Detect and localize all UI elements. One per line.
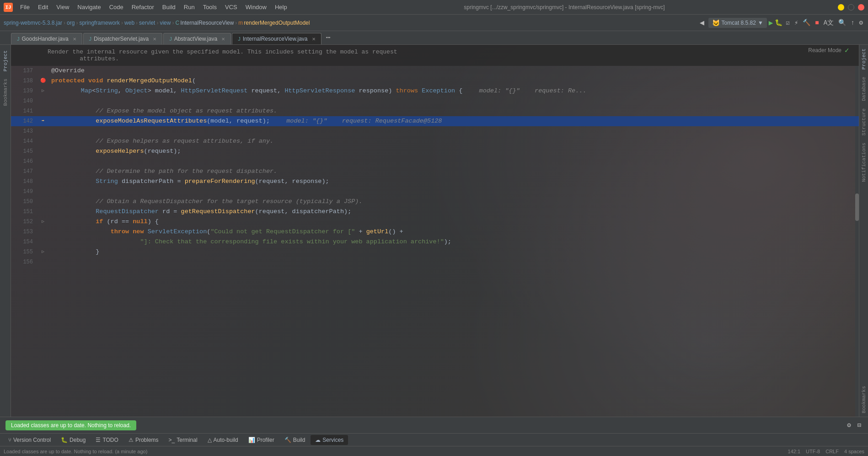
toolbar: spring-webmvc-5.3.8.jar › org › springfr… — [0, 15, 868, 31]
breadcrumb-web[interactable]: web — [124, 20, 134, 26]
menu-refactor[interactable]: Refactor — [128, 2, 158, 12]
tab-close-button[interactable]: ✕ — [73, 37, 76, 42]
sidebar-database-tab[interactable]: Database — [860, 73, 868, 105]
code-line-151: 151 RequestDispatcher rd = getRequestDis… — [11, 207, 859, 217]
bottom-tab-label: Auto-build — [214, 437, 238, 443]
status-message: Loaded classes are up to date. Nothing t… — [4, 449, 788, 454]
sidebar-bookmarks-tab[interactable]: Bookmarks — [860, 382, 868, 417]
line-number: 141 — [11, 106, 38, 116]
bottom-tab-terminal[interactable]: >_ Terminal — [164, 435, 202, 445]
gutter — [38, 237, 48, 247]
status-indent[interactable]: 4 spaces — [844, 449, 864, 454]
menu-run[interactable]: Run — [180, 2, 198, 12]
doc-comment: Render the internal resource given the s… — [11, 45, 859, 66]
tab-close-button[interactable]: ✕ — [312, 37, 316, 42]
notification-strip: Loaded classes are up to date. Nothing t… — [0, 417, 868, 433]
reader-mode-area: Reader Mode ✓ — [808, 47, 850, 54]
breadcrumb-springframework[interactable]: springframework — [79, 20, 120, 26]
gutter-breakpoint-dot[interactable]: ▷ — [38, 217, 48, 227]
tab-abstractview[interactable]: J AbstractView.java ✕ — [163, 33, 231, 44]
gutter: ➡ — [38, 116, 48, 126]
build-button[interactable]: 🔨 — [801, 17, 812, 28]
breadcrumb-class[interactable]: InternalResourceView — [180, 20, 234, 26]
status-right: 142:1 UTF-8 CRLF 4 spaces — [788, 449, 864, 454]
sidebar-project[interactable]: Project — [2, 48, 9, 73]
run-button[interactable]: ▶ — [769, 18, 773, 27]
menu-tools[interactable]: Tools — [199, 2, 220, 12]
breadcrumb-jar[interactable]: spring-webmvc-5.3.8.jar — [4, 20, 62, 26]
code-content: // Expose helpers as request attributes,… — [48, 136, 859, 146]
code-area[interactable]: 137 @Override 138 🔴 protected void rende… — [11, 66, 859, 267]
bottom-tab-version-control[interactable]: ⑂ Version Control — [4, 435, 55, 445]
profiler-icon: 📊 — [248, 437, 255, 443]
menu-bar: File Edit View Navigate Code Refactor Bu… — [16, 2, 291, 12]
navigate-back-button[interactable]: ◀ — [697, 18, 707, 27]
line-number: 142 — [11, 116, 38, 126]
sidebar-project-tab[interactable]: Project — [860, 45, 868, 73]
tab-close-button[interactable]: ✕ — [221, 37, 225, 42]
menu-help[interactable]: Help — [271, 2, 291, 12]
tab-internalresourceview[interactable]: J InternalResourceView.java ✕ — [232, 33, 321, 44]
code-content: // Obtain a RequestDispatcher for the ta… — [48, 197, 859, 207]
breadcrumb-servlet[interactable]: servlet — [139, 20, 155, 26]
settings-icon2[interactable]: ⚙ — [846, 420, 852, 430]
breadcrumb-method[interactable]: renderMergedOutputModel — [244, 20, 310, 26]
update-button[interactable]: ↑ — [849, 18, 856, 28]
coverage-button[interactable]: ☑ — [784, 17, 791, 28]
settings-button[interactable]: ⚙ — [858, 17, 864, 28]
stop-button[interactable]: ■ — [814, 18, 820, 28]
reader-mode-toggle[interactable]: ✓ — [844, 47, 850, 54]
debug-button[interactable]: 🐛 — [775, 19, 782, 27]
menu-view[interactable]: View — [53, 2, 73, 12]
breadcrumb-view[interactable]: view — [160, 20, 171, 26]
search-button[interactable]: 🔍 — [837, 17, 847, 28]
gutter-breakpoint[interactable]: 🔴 — [38, 76, 48, 86]
bottom-tab-autobuild[interactable]: △ Auto-build — [203, 435, 243, 445]
line-number: 151 — [11, 207, 38, 217]
bottom-tab-profiler[interactable]: 📊 Profiler — [244, 435, 279, 445]
tab-dispatcherservlet[interactable]: J DispatcherServlet.java ✕ — [83, 33, 163, 44]
notification-badge: Loaded classes are up to date. Nothing t… — [5, 420, 136, 430]
left-sidebar: Project Bookmarks — [0, 45, 11, 417]
sidebar-structure-tab[interactable]: Structure — [860, 105, 868, 139]
editor[interactable]: Render the internal resource given the s… — [11, 45, 859, 417]
bottom-tab-debug[interactable]: 🐛 Debug — [56, 435, 90, 445]
gutter — [38, 146, 48, 156]
services-icon: ☁ — [315, 437, 321, 443]
configure-icon[interactable]: ⊟ — [856, 420, 863, 430]
breadcrumb-org[interactable]: org — [67, 20, 75, 26]
close-button[interactable] — [858, 4, 864, 11]
menu-window[interactable]: Window — [242, 2, 270, 12]
menu-build[interactable]: Build — [159, 2, 179, 12]
bottom-tab-todo[interactable]: ☰ TODO — [91, 435, 123, 445]
bottom-panel-tabs: ⑂ Version Control 🐛 Debug ☰ TODO ⚠ Probl… — [0, 433, 868, 446]
code-content: // Expose the model object as request at… — [48, 106, 859, 116]
menu-edit[interactable]: Edit — [34, 2, 52, 12]
status-line-sep[interactable]: CRLF — [825, 449, 839, 454]
sidebar-bookmarks[interactable]: Bookmarks — [2, 77, 9, 107]
tab-overflow-button[interactable]: ⋯ — [322, 31, 334, 44]
bottom-tab-label: Debug — [70, 437, 86, 443]
bottom-tab-services[interactable]: ☁ Services — [311, 435, 348, 445]
menu-file[interactable]: File — [16, 2, 33, 12]
minimize-button[interactable] — [838, 4, 844, 11]
sidebar-notifications-tab[interactable]: Notifications — [860, 139, 868, 186]
bottom-tab-problems[interactable]: ⚠ Problems — [124, 435, 163, 445]
menu-navigate[interactable]: Navigate — [74, 2, 104, 12]
run-config-selector[interactable]: 🐱 Tomcat 8.5.82 ▼ — [708, 18, 767, 28]
status-encoding[interactable]: UTF-8 — [806, 449, 820, 454]
translate-button[interactable]: A文 — [822, 17, 835, 28]
titlebar-left: IJ File Edit View Navigate Code Refactor… — [4, 2, 291, 12]
line-number: 153 — [11, 227, 38, 237]
code-line-146: 146 — [11, 156, 859, 166]
menu-vcs[interactable]: VCS — [221, 2, 241, 12]
profile-button[interactable]: ⚡ — [793, 17, 799, 28]
bottom-tab-build[interactable]: 🔨 Build — [280, 435, 310, 445]
status-position[interactable]: 142:1 — [788, 449, 801, 454]
gutter — [38, 257, 48, 267]
tab-close-button[interactable]: ✕ — [153, 37, 156, 42]
gutter-breakpoint-dot2[interactable]: ▷ — [38, 247, 48, 257]
maximize-button[interactable] — [848, 4, 854, 11]
tab-goodshandler[interactable]: J GoodsHandler.java ✕ — [11, 33, 82, 44]
menu-code[interactable]: Code — [106, 2, 127, 12]
